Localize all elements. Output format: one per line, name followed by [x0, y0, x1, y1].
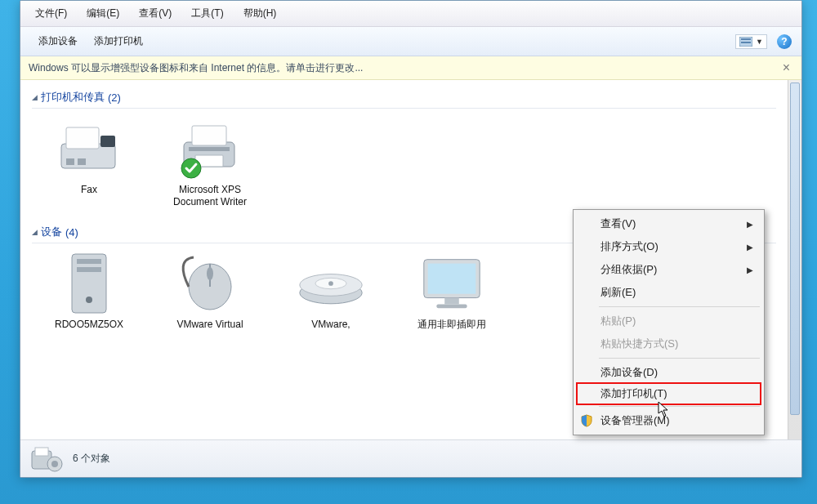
svg-rect-15: [77, 267, 101, 272]
monitor-icon: [417, 252, 486, 315]
group-title: 设备: [41, 225, 62, 239]
submenu-arrow-icon: ▶: [747, 220, 753, 229]
item-label: Microsoft XPS Document Writer: [161, 184, 259, 208]
svg-rect-7: [78, 158, 86, 165]
submenu-arrow-icon: ▶: [747, 243, 753, 252]
view-mode-dropdown[interactable]: ▼: [735, 34, 767, 49]
collapse-icon: ◢: [32, 228, 38, 236]
svg-rect-25: [444, 298, 459, 305]
menu-label: 添加设备(D): [600, 365, 658, 380]
menu-file[interactable]: 文件(F): [30, 4, 72, 23]
group-count: (2): [108, 91, 121, 104]
add-printer-button[interactable]: 添加打印机: [86, 31, 151, 51]
status-bar: 6 个对象: [20, 439, 801, 477]
menu-label: 粘贴(P): [600, 314, 636, 328]
disk-drive-icon: [297, 252, 365, 315]
ctx-paste-shortcut: 粘贴快捷方式(S): [576, 332, 761, 355]
menu-bar: 文件(F) 编辑(E) 查看(V) 工具(T) 帮助(H): [20, 1, 801, 27]
device-item-fax[interactable]: Fax: [40, 117, 138, 208]
mouse-cursor-icon: [658, 401, 669, 417]
ctx-sort[interactable]: 排序方式(O) ▶: [576, 235, 761, 258]
item-label: VMware,: [282, 319, 380, 331]
svg-rect-28: [35, 448, 48, 456]
item-label: Fax: [40, 184, 138, 196]
svg-rect-14: [77, 259, 101, 264]
submenu-arrow-icon: ▶: [747, 265, 753, 274]
svg-rect-24: [428, 264, 476, 294]
device-item-disk[interactable]: VMware,: [282, 252, 380, 331]
add-device-button[interactable]: 添加设备: [30, 31, 86, 51]
status-text: 6 个对象: [73, 452, 110, 466]
mouse-icon: [176, 252, 244, 315]
svg-rect-2: [741, 42, 751, 43]
svg-point-18: [207, 267, 213, 280]
info-bar-text: Windows 可以显示增强型设备图标和来自 Internet 的信息。请单击进…: [29, 61, 363, 75]
item-label: RDOO5MZ5OX: [40, 319, 138, 331]
ctx-add-device[interactable]: 添加设备(D): [576, 361, 761, 384]
device-item-mouse[interactable]: VMware Virtual: [161, 252, 259, 331]
menu-separator: [599, 406, 760, 407]
svg-rect-4: [66, 127, 99, 149]
fax-icon: [55, 117, 123, 181]
view-mode-icon: [739, 37, 752, 47]
svg-rect-1: [741, 38, 751, 40]
vertical-scrollbar[interactable]: [788, 80, 801, 439]
collapse-icon: ◢: [32, 93, 38, 101]
svg-point-30: [51, 461, 58, 467]
ctx-group[interactable]: 分组依据(P) ▶: [576, 258, 761, 281]
menu-label: 排序方式(O): [600, 239, 659, 254]
info-bar[interactable]: Windows 可以显示增强型设备图标和来自 Internet 的信息。请单击进…: [20, 56, 801, 80]
group-title: 打印机和传真: [41, 90, 105, 105]
svg-point-16: [86, 297, 92, 303]
status-thumbnail-icon: [30, 445, 65, 473]
svg-rect-5: [100, 136, 115, 147]
svg-rect-11: [189, 147, 230, 151]
svg-point-22: [328, 281, 333, 286]
chevron-down-icon: ▼: [756, 38, 763, 46]
item-label: 通用非即插即用: [403, 319, 501, 331]
menu-tools[interactable]: 工具(T): [186, 4, 228, 23]
menu-help[interactable]: 帮助(H): [239, 4, 282, 23]
menu-label: 添加打印机(T): [600, 386, 667, 401]
group-header-printers[interactable]: ◢ 打印机和传真 (2): [32, 85, 776, 106]
menu-separator: [599, 358, 760, 359]
help-icon[interactable]: ?: [777, 34, 792, 49]
command-bar: 添加设备 添加打印机 ▼ ?: [20, 27, 801, 56]
ctx-refresh[interactable]: 刷新(E): [576, 281, 761, 304]
menu-view[interactable]: 查看(V): [134, 4, 176, 23]
device-item-monitor[interactable]: 通用非即插即用: [403, 252, 501, 331]
device-item-xps[interactable]: Microsoft XPS Document Writer: [161, 117, 259, 208]
ctx-paste: 粘贴(P): [576, 310, 761, 332]
menu-label: 分组依据(P): [600, 262, 657, 277]
svg-rect-26: [436, 304, 467, 308]
menu-label: 粘贴快捷方式(S): [600, 337, 678, 351]
group-separator: [32, 108, 776, 109]
svg-rect-9: [192, 126, 226, 145]
info-bar-close-icon[interactable]: ×: [779, 60, 793, 75]
group-count: (4): [65, 226, 78, 239]
shield-icon: [579, 413, 594, 428]
ctx-view[interactable]: 查看(V) ▶: [576, 212, 761, 235]
menu-label: 刷新(E): [600, 285, 636, 300]
svg-rect-6: [66, 158, 74, 165]
menu-label: 查看(V): [600, 216, 636, 231]
computer-tower-icon: [55, 252, 123, 315]
item-label: VMware Virtual: [161, 319, 259, 331]
menu-edit[interactable]: 编辑(E): [82, 4, 124, 23]
menu-separator: [599, 306, 760, 307]
printer-icon: [176, 117, 244, 181]
device-item-computer[interactable]: RDOO5MZ5OX: [40, 252, 138, 331]
